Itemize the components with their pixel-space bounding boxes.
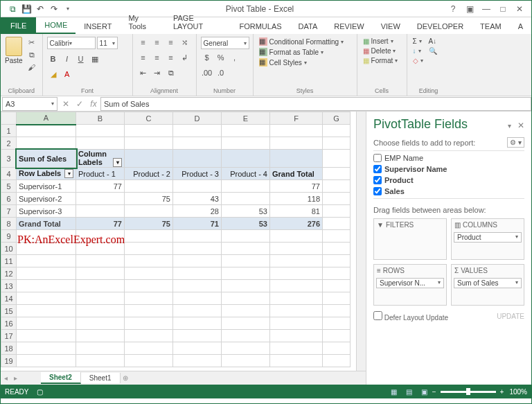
tab-view[interactable]: VIEW [373,19,409,34]
cell[interactable]: Product - 3 [173,168,222,180]
row-dropdown-icon[interactable]: ▾ [64,169,73,178]
zoom-in-icon[interactable]: + [500,388,504,396]
formula-input[interactable]: Sum of Sales [100,97,531,111]
percent-button[interactable]: % [215,52,227,63]
row-header[interactable]: 5 [1,180,17,193]
page-layout-view-icon[interactable]: ▤ [402,387,416,396]
field-product[interactable]: Product [373,175,524,186]
values-area[interactable]: ΣVALUES Sum of Sales▾ [451,264,524,306]
cell[interactable]: Row Labels▾ [17,168,76,180]
name-box[interactable]: A3▾ [2,97,57,111]
ribbon-options-icon[interactable]: ▣ [462,3,477,15]
tab-overflow[interactable]: A [510,19,531,34]
cell[interactable]: 28 [173,205,222,218]
currency-button[interactable]: $ [201,52,213,63]
tab-data[interactable]: DATA [290,19,326,34]
cell[interactable]: Supervisor-2 [17,193,76,205]
col-header-c[interactable]: C [125,112,173,125]
cell[interactable]: Grand Total [17,218,76,230]
page-break-view-icon[interactable]: ▣ [418,387,432,396]
format-as-table-button[interactable]: ▦Format as Table▾ [258,47,346,57]
maximize-icon[interactable]: □ [495,3,511,15]
wrap-text-button[interactable]: ↲ [179,52,191,63]
cell[interactable]: Grand Total [270,168,323,180]
chip-sum-sales[interactable]: Sum of Sales▾ [454,278,522,288]
field-emp-name[interactable]: EMP Name [373,152,524,164]
select-all-corner[interactable] [1,112,17,125]
cell[interactable]: 71 [173,218,222,230]
decrease-indent-button[interactable]: ⇤ [137,67,150,78]
merge-button[interactable]: ⧉ [165,67,177,78]
cell[interactable]: 276 [270,218,323,230]
qat-customize-icon[interactable]: ▾ [62,3,74,15]
cell[interactable]: 118 [270,193,323,205]
italic-button[interactable]: I [61,53,73,64]
field-sales[interactable]: Sales [373,186,524,197]
field-supervisor-name[interactable]: Supervisor Name [373,164,524,175]
row-header[interactable]: 19 [1,355,17,367]
new-sheet-icon[interactable]: ⊕ [121,374,130,382]
cell[interactable]: Supervisor-3 [17,205,76,218]
update-button[interactable]: UPDATE [497,313,524,320]
row-header[interactable]: 13 [1,280,17,292]
increase-decimal-button[interactable]: .00 [201,67,213,78]
cell[interactable] [76,193,125,205]
cell[interactable] [125,180,173,193]
delete-cells-button[interactable]: ▦Delete▾ [362,46,400,55]
font-name-select[interactable]: Calibri▾ [47,37,96,49]
align-bottom-button[interactable]: ≡ [165,37,177,48]
cell[interactable]: 43 [173,193,222,205]
sheet-nav-next-icon[interactable]: ▸ [10,374,20,382]
row-header[interactable]: 10 [1,243,17,255]
cut-icon[interactable]: ✂ [26,37,38,48]
row-header[interactable]: 6 [1,193,17,205]
undo-icon[interactable]: ↶ [34,3,46,15]
orientation-button[interactable]: ⤭ [179,37,191,48]
tab-insert[interactable]: INSERT [76,19,120,34]
tab-page-layout[interactable]: PAGE LAYOUT [165,10,231,34]
tab-review[interactable]: REVIEW [326,19,372,34]
cell[interactable]: Column Labels▾ [76,150,125,168]
row-header[interactable]: 3 [1,150,17,168]
cell[interactable]: 75 [125,193,173,205]
cell[interactable]: 77 [270,180,323,193]
tab-home[interactable]: HOME [36,17,76,34]
defer-checkbox[interactable]: Defer Layout Update [373,311,448,322]
col-header-f[interactable]: F [270,112,323,125]
clear-button[interactable]: ◇ ▾ [411,56,425,65]
checkbox[interactable] [373,154,382,162]
cell[interactable]: 77 [76,180,125,193]
fill-button[interactable]: ↓ ▾ [411,46,425,55]
conditional-formatting-button[interactable]: ▦Conditional Formatting▾ [258,37,346,46]
row-header[interactable]: 17 [1,330,17,342]
enter-formula-icon[interactable]: ✓ [73,97,87,111]
cell[interactable]: Product - 4 [222,168,270,180]
excel-icon[interactable]: ⧉ [6,3,19,15]
columns-area[interactable]: ▥COLUMNS Product▾ [451,218,524,260]
cell[interactable] [173,180,222,193]
cell[interactable]: 53 [222,218,270,230]
close-icon[interactable]: ✕ [512,3,527,15]
column-dropdown-icon[interactable]: ▾ [113,158,122,167]
cell[interactable]: Sum of Sales [17,150,76,168]
cell[interactable] [222,180,270,193]
row-header[interactable]: 7 [1,205,17,218]
insert-cells-button[interactable]: ▦Insert▾ [362,37,400,46]
row-header[interactable]: 15 [1,305,17,317]
checkbox[interactable] [373,176,382,184]
cell[interactable]: 81 [270,205,323,218]
font-color-button[interactable]: A [61,69,73,80]
find-select-button[interactable]: 🔍 [427,46,438,55]
align-top-button[interactable]: ≡ [137,37,150,48]
cell[interactable] [222,193,270,205]
align-middle-button[interactable]: ≡ [151,37,163,48]
redo-icon[interactable]: ↷ [48,3,60,15]
sheet-nav-prev-icon[interactable]: ◂ [1,374,10,382]
decrease-decimal-button[interactable]: .0 [215,67,227,78]
cell[interactable]: Product - 2 [125,168,173,180]
chip-product[interactable]: Product▾ [454,232,522,243]
row-header[interactable]: 2 [1,137,17,150]
col-header-a[interactable]: A [17,112,76,125]
row-header[interactable]: 12 [1,267,17,280]
cell-styles-button[interactable]: ▦Cell Styles▾ [258,58,346,67]
